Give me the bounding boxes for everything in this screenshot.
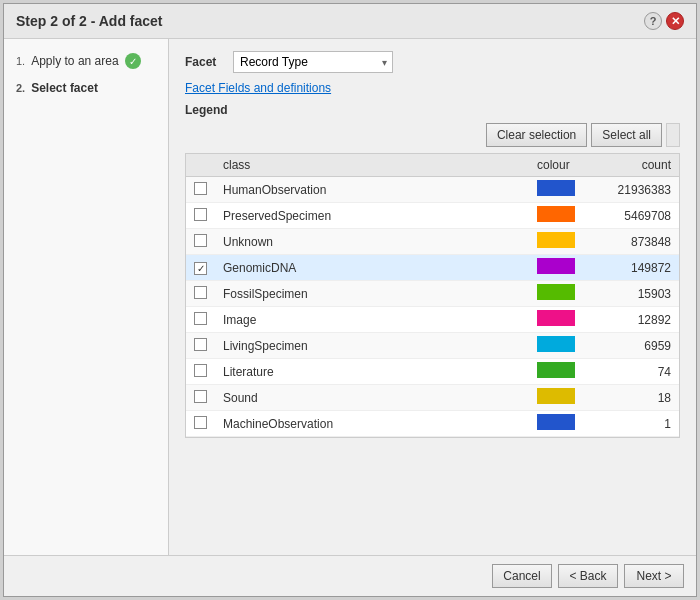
clear-selection-button[interactable]: Clear selection	[486, 123, 587, 147]
table-header-row: class colour count	[186, 154, 679, 177]
row-checkbox[interactable]	[194, 312, 207, 325]
colour-swatch	[537, 414, 575, 430]
table-row: LivingSpecimen6959	[186, 333, 679, 359]
col-count-header: count	[589, 154, 679, 177]
col-colour-header: colour	[529, 154, 589, 177]
sidebar-item-step1[interactable]: 1. Apply to an area ✓	[4, 47, 168, 75]
row-count: 15903	[589, 281, 679, 307]
row-count: 873848	[589, 229, 679, 255]
sidebar: 1. Apply to an area ✓ 2. Select facet	[4, 39, 169, 555]
row-checkbox[interactable]	[194, 286, 207, 299]
facet-label: Facet	[185, 55, 225, 69]
colour-swatch	[537, 388, 575, 404]
back-button[interactable]: < Back	[558, 564, 618, 588]
scroll-indicator	[666, 123, 680, 147]
row-class: GenomicDNA	[215, 255, 529, 281]
row-colour	[529, 307, 589, 333]
row-count: 74	[589, 359, 679, 385]
row-checkbox[interactable]	[194, 208, 207, 221]
colour-swatch	[537, 180, 575, 196]
dialog-title: Step 2 of 2 - Add facet	[16, 13, 163, 29]
colour-swatch	[537, 232, 575, 248]
table-row: PreservedSpecimen5469708	[186, 203, 679, 229]
row-checkbox[interactable]	[194, 390, 207, 403]
row-checkbox[interactable]	[194, 262, 207, 275]
row-class: Unknown	[215, 229, 529, 255]
table-row: MachineObservation1	[186, 411, 679, 437]
facet-fields-link[interactable]: Facet Fields and definitions	[185, 81, 331, 95]
table-row: GenomicDNA149872	[186, 255, 679, 281]
colour-swatch	[537, 258, 575, 274]
row-class: Image	[215, 307, 529, 333]
cancel-button[interactable]: Cancel	[492, 564, 552, 588]
row-class: PreservedSpecimen	[215, 203, 529, 229]
row-count: 21936383	[589, 177, 679, 203]
step1-label: Apply to an area	[31, 54, 118, 68]
row-checkbox[interactable]	[194, 364, 207, 377]
col-checkbox	[186, 154, 215, 177]
facet-row: Facet Record Type ▾	[185, 51, 680, 73]
table-row: HumanObservation21936383	[186, 177, 679, 203]
dialog: Step 2 of 2 - Add facet ? ✕ 1. Apply to …	[3, 3, 697, 597]
footer: Cancel < Back Next >	[4, 555, 696, 596]
table-row: Sound18	[186, 385, 679, 411]
facet-select[interactable]: Record Type	[233, 51, 393, 73]
row-class: FossilSpecimen	[215, 281, 529, 307]
colour-swatch	[537, 206, 575, 222]
help-button[interactable]: ?	[644, 12, 662, 30]
row-colour	[529, 333, 589, 359]
colour-swatch	[537, 310, 575, 326]
sidebar-item-step2[interactable]: 2. Select facet	[4, 75, 168, 101]
row-class: LivingSpecimen	[215, 333, 529, 359]
row-colour	[529, 359, 589, 385]
row-colour	[529, 281, 589, 307]
step1-number: 1.	[16, 55, 25, 67]
row-checkbox[interactable]	[194, 234, 207, 247]
step1-check-icon: ✓	[125, 53, 141, 69]
table-row: Unknown873848	[186, 229, 679, 255]
content-area: 1. Apply to an area ✓ 2. Select facet Fa…	[4, 39, 696, 555]
col-class-header: class	[215, 154, 529, 177]
row-count: 12892	[589, 307, 679, 333]
table-row: Literature74	[186, 359, 679, 385]
row-colour	[529, 411, 589, 437]
close-button[interactable]: ✕	[666, 12, 684, 30]
row-count: 6959	[589, 333, 679, 359]
button-row: Clear selection Select all	[185, 123, 680, 147]
data-table: class colour count HumanObservation21936…	[186, 154, 679, 437]
facet-select-wrapper: Record Type ▾	[233, 51, 393, 73]
data-table-container: class colour count HumanObservation21936…	[185, 153, 680, 438]
row-checkbox[interactable]	[194, 182, 207, 195]
step2-label: Select facet	[31, 81, 98, 95]
main-panel: Facet Record Type ▾ Facet Fields and def…	[169, 39, 696, 555]
row-colour	[529, 229, 589, 255]
row-checkbox[interactable]	[194, 338, 207, 351]
row-colour	[529, 255, 589, 281]
row-count: 18	[589, 385, 679, 411]
step2-number: 2.	[16, 82, 25, 94]
row-class: Sound	[215, 385, 529, 411]
row-class: MachineObservation	[215, 411, 529, 437]
row-count: 1	[589, 411, 679, 437]
title-bar: Step 2 of 2 - Add facet ? ✕	[4, 4, 696, 39]
row-class: Literature	[215, 359, 529, 385]
row-count: 5469708	[589, 203, 679, 229]
select-all-button[interactable]: Select all	[591, 123, 662, 147]
row-colour	[529, 385, 589, 411]
title-bar-icons: ? ✕	[644, 12, 684, 30]
row-class: HumanObservation	[215, 177, 529, 203]
table-row: FossilSpecimen15903	[186, 281, 679, 307]
row-count: 149872	[589, 255, 679, 281]
colour-swatch	[537, 336, 575, 352]
row-colour	[529, 177, 589, 203]
legend-label: Legend	[185, 103, 680, 117]
colour-swatch	[537, 362, 575, 378]
table-row: Image12892	[186, 307, 679, 333]
next-button[interactable]: Next >	[624, 564, 684, 588]
row-colour	[529, 203, 589, 229]
colour-swatch	[537, 284, 575, 300]
row-checkbox[interactable]	[194, 416, 207, 429]
